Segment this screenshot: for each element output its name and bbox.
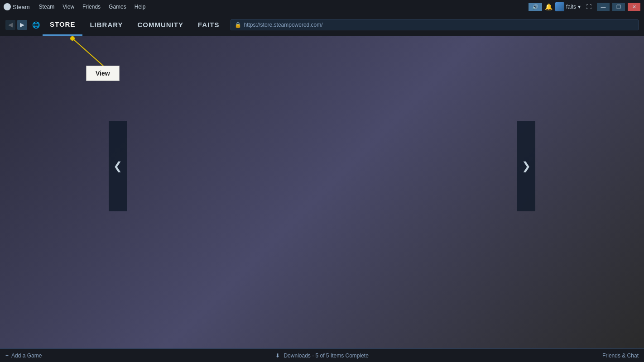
nav-bar: ◀ ▶ 🌐 STORE LIBRARY COMMUNITY FAITS 🔒 ht… <box>0 14 644 36</box>
title-bar-left: Steam Steam View Friends Games Help <box>4 3 149 11</box>
carousel-prev-button[interactable]: ❮ <box>109 121 127 211</box>
url-text: https://store.steampowered.com/ <box>244 22 323 28</box>
add-game-button[interactable]: + Add a Game <box>5 352 42 359</box>
nav-arrows: ◀ ▶ <box>5 20 27 30</box>
status-center: ⬇ Downloads - 5 of 5 Items Complete <box>275 352 368 359</box>
title-bar: Steam Steam View Friends Games Help 🔊 🔔 … <box>0 0 644 14</box>
status-left: + Add a Game <box>5 352 42 359</box>
notification-button[interactable]: 🔊 <box>529 3 542 11</box>
menu-games[interactable]: Games <box>105 3 130 11</box>
carousel-next-button[interactable]: ❯ <box>517 121 535 211</box>
url-bar-wrap: 🔒 https://store.steampowered.com/ <box>231 19 639 30</box>
user-avatar-button[interactable]: faits ▾ <box>555 2 581 11</box>
download-icon: ⬇ <box>275 352 280 359</box>
plus-icon: + <box>5 352 9 359</box>
title-bar-right: 🔊 🔔 faits ▾ ⛶ — ❐ ✕ <box>529 2 640 11</box>
tab-library[interactable]: LIBRARY <box>82 14 130 36</box>
screen-icon: ⛶ <box>586 4 591 10</box>
chevron-down-icon: ▾ <box>578 4 581 10</box>
globe-icon: 🌐 <box>32 21 40 29</box>
discovery-games <box>0 252 644 293</box>
menu-help[interactable]: Help <box>131 3 149 11</box>
avatar-image <box>555 2 564 11</box>
nav-tabs: STORE LIBRARY COMMUNITY FAITS <box>43 14 227 36</box>
user-name: faits <box>566 4 576 10</box>
discovery-game-4[interactable] <box>446 252 522 293</box>
screen-button[interactable]: ⛶ <box>583 3 594 11</box>
tab-store[interactable]: STORE <box>43 14 82 36</box>
add-game-label: Add a Game <box>11 352 42 359</box>
menu-view[interactable]: View <box>59 3 78 11</box>
tab-community[interactable]: COMMUNITY <box>130 14 191 36</box>
status-bar: + Add a Game ⬇ Downloads - 5 of 5 Items … <box>0 348 644 362</box>
restore-button[interactable]: ❐ <box>612 3 625 11</box>
downloads-label: Downloads - 5 of 5 Items Complete <box>284 352 368 359</box>
url-bar: 🔒 https://store.steampowered.com/ <box>231 19 639 30</box>
title-menu: Steam View Friends Games Help <box>35 3 149 11</box>
bell-icon: 🔔 <box>545 3 553 10</box>
menu-friends[interactable]: Friends <box>79 3 104 11</box>
close-button[interactable]: ✕ <box>628 3 640 11</box>
forward-button[interactable]: ▶ <box>17 20 27 30</box>
minimize-button[interactable]: — <box>597 3 610 11</box>
speaker-icon: 🔊 <box>532 4 538 10</box>
menu-steam[interactable]: Steam <box>35 3 58 11</box>
steam-logo: Steam <box>4 3 30 10</box>
app-name: Steam <box>13 4 30 10</box>
globe-button[interactable]: 🌐 <box>31 20 41 30</box>
steam-icon <box>4 3 11 10</box>
main-content: ⊕ STEAM DECK All-in-one portable PC gami… <box>0 36 644 348</box>
back-button[interactable]: ◀ <box>5 20 15 30</box>
lock-icon: 🔒 <box>235 22 241 28</box>
tab-faits[interactable]: FAITS <box>191 14 227 36</box>
bell-button[interactable]: 🔔 <box>545 3 553 10</box>
discovery-art-4 <box>446 252 522 293</box>
friends-chat-button[interactable]: Friends & Chat <box>602 352 639 359</box>
